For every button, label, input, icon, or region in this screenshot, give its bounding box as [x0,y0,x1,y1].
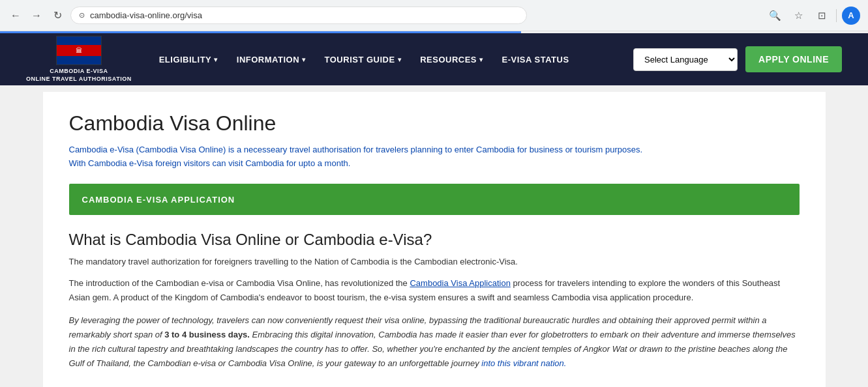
evisa-application-banner[interactable]: CAMBODIA E-VISA APPLICATION [69,184,800,215]
nav-evisa-status[interactable]: E-VISA STATUS [494,50,577,70]
main-content: Cambodia Visa Online Cambodia e-Visa (Ca… [43,92,826,387]
back-button[interactable]: ← [8,8,23,23]
nav-information[interactable]: INFORMATION ▾ [229,50,314,70]
chevron-down-icon: ▾ [214,56,218,63]
extensions-icon-btn[interactable]: ⊡ [813,7,831,25]
nav-right: Select Language APPLY ONLINE [633,46,842,72]
browser-right-controls: 🔍 ☆ ⊡ A [766,7,860,25]
chevron-down-icon: ▾ [479,56,483,63]
logo-area[interactable]: 🏛 CAMBODIA E-VISA ONLINE TRAVEL AUTHORIS… [26,36,132,83]
reload-button[interactable]: ↻ [50,8,65,23]
address-text: cambodia-visa-online.org/visa [90,10,518,20]
logo-text: CAMBODIA E-VISA ONLINE TRAVEL AUTHORISAT… [26,68,132,83]
days-bold: 3 to 4 business days. [164,330,250,339]
language-selector[interactable]: Select Language [633,48,738,71]
cambodia-flag: 🏛 [56,36,102,65]
main-nav: ELIGIBILITY ▾ INFORMATION ▾ TOURIST GUID… [151,50,614,70]
paragraph-2: By leveraging the power of technology, t… [69,313,800,371]
security-icon: ⊙ [79,11,85,20]
nav-tourist-guide[interactable]: TOURIST GUIDE ▾ [317,50,410,70]
para1-start: The introduction of the Cambodian e-visa… [69,278,410,288]
apply-online-button[interactable]: APPLY ONLINE [745,46,842,72]
cambodia-visa-application-link[interactable]: Cambodia Visa Application [410,278,510,288]
paragraph-1: The introduction of the Cambodian e-visa… [69,276,800,305]
para2-blue-link: into this vibrant nation. [481,358,566,368]
site-header: 🏛 CAMBODIA E-VISA ONLINE TRAVEL AUTHORIS… [0,33,868,85]
browser-chrome: ← → ↻ ⊙ cambodia-visa-online.org/visa 🔍 … [0,0,868,31]
nav-resources[interactable]: RESOURCES ▾ [412,50,490,70]
section-title: What is Cambodia Visa Online or Cambodia… [69,231,800,249]
banner-text: CAMBODIA E-VISA APPLICATION [82,195,235,205]
page-title: Cambodia Visa Online [69,111,800,136]
chevron-down-icon: ▾ [398,56,402,63]
bookmark-icon-btn[interactable]: ☆ [789,7,807,25]
bold-description: The mandatory travel authorization for f… [69,255,800,269]
address-bar[interactable]: ⊙ cambodia-visa-online.org/visa [70,7,527,24]
profile-avatar[interactable]: A [842,7,860,25]
search-icon-btn[interactable]: 🔍 [766,7,784,25]
chevron-down-icon: ▾ [302,56,306,63]
flag-temple-icon: 🏛 [76,47,82,54]
forward-button[interactable]: → [29,8,44,23]
intro-text: Cambodia e-Visa (Cambodia Visa Online) i… [69,143,656,171]
nav-eligibility[interactable]: ELIGIBILITY ▾ [151,50,226,70]
divider [836,9,837,22]
